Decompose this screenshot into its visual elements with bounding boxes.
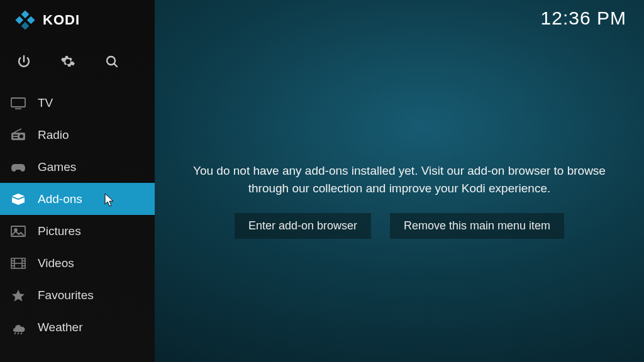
radio-icon xyxy=(10,128,26,142)
svg-rect-11 xyxy=(13,137,18,138)
svg-rect-6 xyxy=(11,98,25,107)
weather-icon xyxy=(10,321,26,334)
menu-label: Favourites xyxy=(38,288,94,302)
svg-rect-10 xyxy=(13,134,18,136)
svg-rect-3 xyxy=(21,22,30,30)
film-icon xyxy=(10,256,26,270)
menu-label: Weather xyxy=(38,321,82,334)
sidebar-item-addons[interactable]: Add-ons xyxy=(0,183,155,215)
gear-icon[interactable] xyxy=(60,54,75,69)
search-icon[interactable] xyxy=(104,54,119,69)
main-menu: TV Radio Games Add-o xyxy=(0,87,155,343)
menu-label: Games xyxy=(38,160,76,174)
svg-rect-1 xyxy=(27,16,35,25)
remove-menu-item-button[interactable]: Remove this main menu item xyxy=(390,213,564,239)
menu-label: TV xyxy=(38,96,53,110)
empty-state-message: You do not have any add-ons installed ye… xyxy=(174,162,625,197)
svg-line-24 xyxy=(18,332,19,334)
menu-label: Radio xyxy=(38,128,69,142)
star-icon xyxy=(10,288,26,302)
svg-line-23 xyxy=(14,332,16,334)
sidebar-item-favourites[interactable]: Favourites xyxy=(0,279,155,311)
box-icon xyxy=(10,192,26,206)
menu-label: Videos xyxy=(38,256,74,270)
menu-label: Pictures xyxy=(38,224,81,238)
picture-icon xyxy=(10,224,26,238)
gamepad-icon xyxy=(10,160,26,174)
sidebar-item-radio[interactable]: Radio xyxy=(0,119,155,151)
empty-state: You do not have any add-ons installed ye… xyxy=(155,162,644,239)
sidebar-item-games[interactable]: Games xyxy=(0,151,155,183)
enter-addon-browser-button[interactable]: Enter add-on browser xyxy=(235,213,371,239)
sidebar-toolbar xyxy=(0,38,155,84)
tv-icon xyxy=(10,96,26,110)
svg-rect-0 xyxy=(21,10,30,18)
svg-point-9 xyxy=(19,134,23,138)
sidebar-item-tv[interactable]: TV xyxy=(0,87,155,119)
app-name: KODI xyxy=(43,12,80,28)
svg-line-5 xyxy=(114,63,117,67)
clock: 12:36 PM xyxy=(541,8,626,29)
app-logo: KODI xyxy=(0,0,155,38)
sidebar-item-pictures[interactable]: Pictures xyxy=(0,215,155,247)
menu-label: Add-ons xyxy=(38,192,82,206)
power-icon[interactable] xyxy=(16,54,31,69)
action-row: Enter add-on browser Remove this main me… xyxy=(235,213,564,239)
kodi-logo-icon xyxy=(14,9,36,31)
svg-line-12 xyxy=(14,129,21,133)
svg-rect-2 xyxy=(15,16,23,25)
main-panel: 12:36 PM You do not have any add-ons ins… xyxy=(155,0,644,362)
svg-line-25 xyxy=(21,332,22,334)
sidebar-item-videos[interactable]: Videos xyxy=(0,247,155,279)
sidebar: KODI TV xyxy=(0,0,155,362)
sidebar-item-weather[interactable]: Weather xyxy=(0,311,155,343)
